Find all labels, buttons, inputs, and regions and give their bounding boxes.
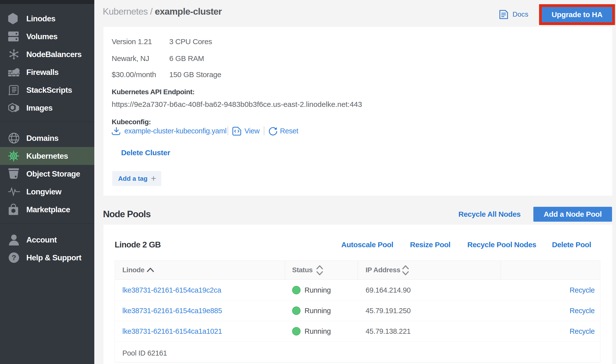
svg-text:?: ? bbox=[12, 253, 16, 262]
